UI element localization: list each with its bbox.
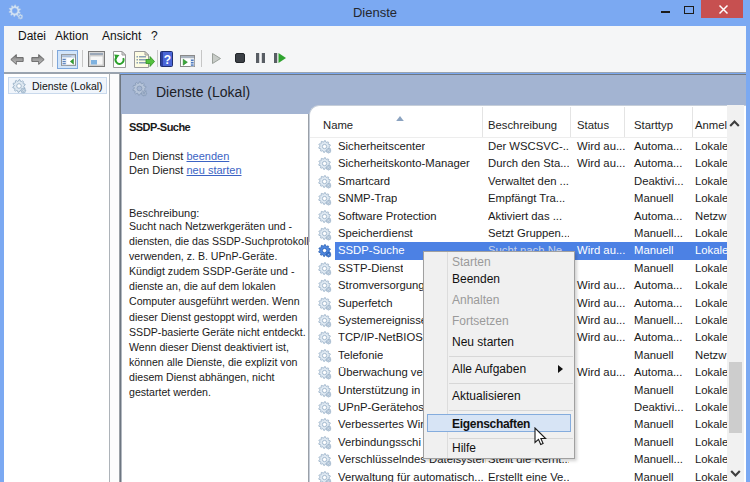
svg-text:?: ? <box>164 53 171 67</box>
